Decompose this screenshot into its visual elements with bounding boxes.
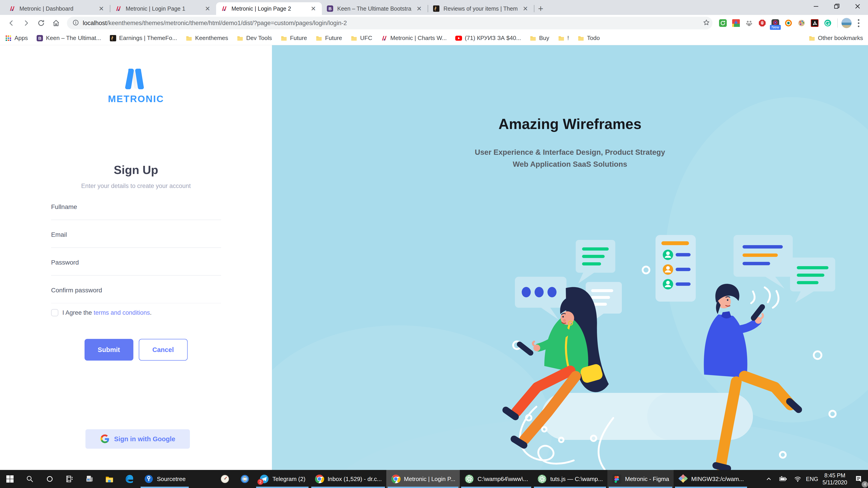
bookmark-youtube-cruise[interactable]: (71) КРУИЗ ЗА $40... bbox=[455, 35, 521, 41]
apps-grid-icon bbox=[5, 35, 12, 41]
chrome-menu-icon[interactable] bbox=[854, 19, 863, 27]
start-button[interactable] bbox=[0, 470, 20, 488]
tab-close-icon[interactable]: ✕ bbox=[204, 5, 212, 12]
bookmark-earnings[interactable]: Earnings | ThemeFo... bbox=[110, 35, 177, 41]
submit-button[interactable]: Submit bbox=[85, 339, 133, 361]
download-extension-icon[interactable] bbox=[732, 19, 740, 27]
bookmark-label: Apps bbox=[14, 35, 28, 41]
bookmark-folder-devtools[interactable]: Dev Tools bbox=[237, 35, 272, 41]
folder-icon bbox=[281, 35, 287, 41]
tab-close-icon[interactable]: ✕ bbox=[415, 5, 423, 12]
mingw-icon bbox=[678, 474, 688, 484]
adblock-extension-icon[interactable] bbox=[758, 19, 766, 27]
refresh-extension-icon[interactable] bbox=[719, 19, 727, 27]
window-minimize-button[interactable] bbox=[806, 0, 827, 13]
acrobat-extension-icon[interactable] bbox=[811, 19, 819, 27]
tray-clock[interactable]: 8:45 PM 5/11/2020 bbox=[820, 470, 849, 488]
fullname-field bbox=[51, 201, 221, 220]
fullname-input[interactable] bbox=[51, 201, 221, 213]
profile-avatar[interactable] bbox=[841, 18, 852, 28]
camera-extension-icon[interactable]: New bbox=[771, 19, 779, 27]
tray-wifi-icon[interactable] bbox=[792, 470, 804, 488]
youtube-icon bbox=[455, 35, 462, 41]
bookmark-metronic-charts[interactable]: Metronic | Charts W... bbox=[381, 35, 447, 41]
taskbar-search-button[interactable] bbox=[20, 470, 40, 488]
fax-app-button[interactable] bbox=[80, 470, 99, 488]
bookmark-apps[interactable]: Apps bbox=[5, 35, 28, 41]
bookmarks-bar: Apps B Keen – The Ultimat... Earnings | … bbox=[0, 31, 868, 45]
cancel-button[interactable]: Cancel bbox=[139, 339, 188, 361]
tab-metronic-dashboard[interactable]: Metronic | Dashboard ✕ bbox=[4, 2, 110, 15]
bookmark-folder-exclaim[interactable]: ! bbox=[558, 35, 569, 41]
bookmark-folder-buy[interactable]: Buy bbox=[530, 35, 549, 41]
tray-language[interactable]: ENG bbox=[806, 470, 818, 488]
browser-toolbar: localhost/keenthemes/themes/metronic/the… bbox=[0, 15, 868, 31]
notification-center-icon[interactable]: 4 bbox=[851, 470, 866, 488]
taskbar-item-label: C:\wamp64\www\... bbox=[477, 476, 528, 483]
tab-metronic-login1[interactable]: Metronic | Login Page 1 ✕ bbox=[110, 2, 216, 15]
bookmark-label: Future bbox=[290, 35, 307, 41]
paw-extension-icon[interactable] bbox=[745, 19, 753, 27]
address-bar[interactable]: localhost/keenthemes/themes/metronic/the… bbox=[67, 17, 712, 29]
tray-time: 8:45 PM bbox=[825, 472, 845, 479]
password-input[interactable] bbox=[51, 257, 221, 268]
bookmark-folder-future2[interactable]: Future bbox=[315, 35, 342, 41]
bookmark-folder-future1[interactable]: Future bbox=[281, 35, 307, 41]
bookmark-folder-todo[interactable]: Todo bbox=[578, 35, 600, 41]
other-bookmarks[interactable]: Other bookmarks bbox=[809, 35, 863, 41]
tray-battery-icon[interactable] bbox=[777, 470, 789, 488]
metronic-icon bbox=[381, 35, 388, 41]
taskbar-gauge-app[interactable] bbox=[215, 470, 235, 488]
eye-extension-icon[interactable] bbox=[784, 19, 793, 27]
promo-panel: Amazing Wireframes User Experience & Int… bbox=[272, 45, 868, 470]
telegram-icon: 2 bbox=[259, 474, 269, 484]
tab-close-icon[interactable]: ✕ bbox=[97, 5, 105, 12]
tray-chevron-icon[interactable] bbox=[763, 470, 775, 488]
bookmark-label: Dev Tools bbox=[246, 35, 272, 41]
cortana-button[interactable] bbox=[40, 470, 60, 488]
window-restore-button[interactable] bbox=[827, 0, 847, 13]
tab-metronic-login2-active[interactable]: Metronic | Login Page 2 ✕ bbox=[216, 2, 322, 15]
taskbar-figma[interactable]: Metronic - Figma bbox=[608, 470, 674, 488]
back-icon[interactable] bbox=[5, 17, 18, 29]
tab-close-icon[interactable]: ✕ bbox=[309, 5, 317, 12]
reload-icon[interactable] bbox=[35, 17, 48, 29]
bootstrap-favicon: B bbox=[327, 5, 334, 12]
signup-panel: METRONIC Sign Up Enter your details to c… bbox=[0, 45, 272, 470]
agree-checkbox[interactable] bbox=[51, 309, 58, 316]
taskbar-mingw[interactable]: MINGW32:/c/wam... bbox=[674, 470, 748, 488]
taskbar-telegram[interactable]: 2 Telegram (2) bbox=[255, 470, 310, 488]
bookmark-keen[interactable]: B Keen – The Ultimat... bbox=[36, 35, 101, 41]
file-explorer-button[interactable] bbox=[99, 470, 119, 488]
taskbar-tuts-atom[interactable]: tuts.js — C:\wamp... bbox=[532, 470, 608, 488]
home-icon[interactable] bbox=[50, 17, 62, 29]
page-info-icon[interactable] bbox=[72, 19, 79, 27]
window-close-button[interactable] bbox=[847, 0, 868, 13]
bookmark-folder-keenthemes[interactable]: Keenthemes bbox=[186, 35, 228, 41]
email-input[interactable] bbox=[51, 229, 221, 240]
taskbar-item-label: tuts.js — C:\wamp... bbox=[550, 476, 603, 483]
task-view-button[interactable] bbox=[60, 470, 80, 488]
taskbar-chrome-inbox[interactable]: Inbox (1,529) - dr.c... bbox=[310, 470, 386, 488]
taskbar-chrome-metronic-active[interactable]: Metronic | Login P... bbox=[386, 470, 460, 488]
bookmark-label: Keen – The Ultimat... bbox=[46, 35, 101, 41]
terms-link[interactable]: terms and conditions bbox=[94, 309, 150, 316]
google-signin-button[interactable]: Sign in with Google bbox=[86, 429, 190, 449]
tab-title: Metronic | Login Page 1 bbox=[126, 5, 200, 12]
taskbar-compass-app[interactable] bbox=[235, 470, 255, 488]
tab-close-icon[interactable]: ✕ bbox=[522, 5, 529, 12]
taskbar-wamp-atom[interactable]: C:\wamp64\www\... bbox=[460, 470, 532, 488]
bookmark-folder-ufc[interactable]: UFC bbox=[350, 35, 372, 41]
url-text[interactable]: localhost/keenthemes/themes/metronic/the… bbox=[83, 20, 699, 27]
palette-extension-icon[interactable] bbox=[798, 19, 806, 27]
tab-themeforest-reviews[interactable]: Reviews of your items | ThemeFo ✕ bbox=[428, 2, 534, 15]
taskbar-sourcetree[interactable]: Sourcetree bbox=[139, 470, 190, 488]
forward-icon[interactable] bbox=[20, 17, 33, 29]
grammarly-extension-icon[interactable] bbox=[824, 19, 832, 27]
bookmark-star-icon[interactable] bbox=[703, 19, 710, 27]
confirm-password-input[interactable] bbox=[51, 285, 221, 296]
tab-keen-bootstrap[interactable]: B Keen – The Ultimate Bootstrap A ✕ bbox=[322, 2, 428, 15]
new-tab-button[interactable]: + bbox=[534, 2, 547, 15]
extensions-row: New bbox=[717, 19, 834, 27]
edge-button[interactable] bbox=[119, 470, 139, 488]
